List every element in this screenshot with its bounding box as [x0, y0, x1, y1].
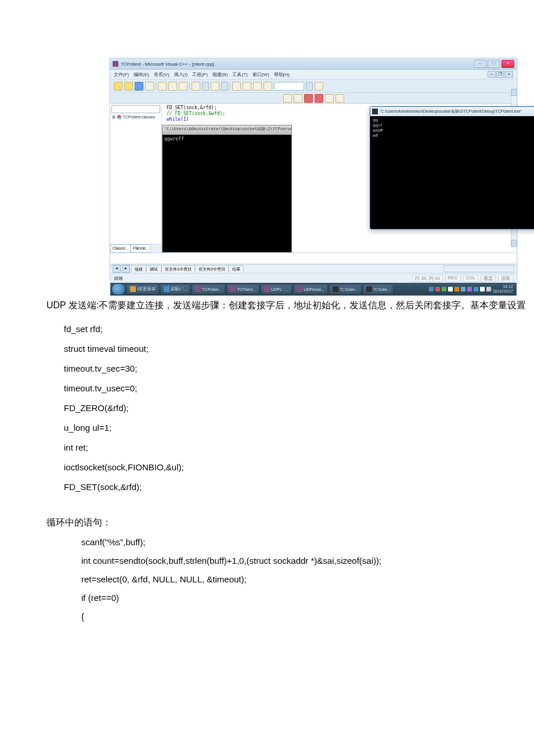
menu-build[interactable]: 组建(B) — [212, 71, 228, 78]
tray-icon[interactable] — [486, 287, 491, 291]
console-icon — [366, 286, 372, 292]
browse-icon[interactable] — [253, 82, 262, 91]
search-icon[interactable] — [315, 82, 323, 91]
mdi-restore-button[interactable]: ❐ — [496, 71, 504, 78]
undo-dropdown-icon[interactable] — [202, 82, 209, 91]
redo-icon[interactable] — [211, 82, 219, 91]
paragraph-udp-sender: UDP 发送端:不需要建立连接，发送端步骤：创建套接字后，地址初始化，发送信息，… — [46, 297, 534, 314]
taskbar-item[interactable]: UDPc - ... — [261, 284, 292, 294]
taskbar-item[interactable]: TCPserv... — [226, 284, 259, 294]
menu-help[interactable]: 帮助(H) — [274, 71, 290, 78]
window-title-bar: TCPclient - Microsoft Visual C++ - [clie… — [110, 59, 517, 70]
toolbar-main — [110, 80, 517, 93]
menu-view[interactable]: 查看(V) — [154, 71, 169, 78]
taskbar-item[interactable]: 实验1 "... — [160, 284, 190, 294]
minimize-button[interactable]: – — [474, 60, 486, 68]
find-in-files-icon[interactable] — [243, 82, 251, 91]
tray-icon[interactable] — [442, 287, 446, 291]
workspace-icon[interactable] — [232, 82, 241, 91]
go-icon[interactable] — [325, 94, 334, 103]
output-tab-debug[interactable]: 调试 — [146, 265, 161, 272]
client-console-window[interactable]: "C:\Users\Administrator\Desktop\socket实验… — [370, 106, 534, 229]
tab-scroll-right-icon[interactable]: ▸ — [122, 265, 130, 273]
close-button[interactable]: × — [501, 60, 514, 68]
menu-edit[interactable]: 编辑(E) — [134, 71, 149, 78]
code-line: FD_SET(sock,&rfd); — [46, 477, 534, 497]
fileview-tab[interactable]: FileVie... — [131, 244, 151, 253]
class-dropdown[interactable] — [111, 105, 160, 113]
menu-bar: 文件(F) 编辑(E) 查看(V) 插入(I) 工程(P) 组建(B) 工具(T… — [110, 70, 517, 80]
tray-icon[interactable] — [474, 287, 478, 291]
find-icon[interactable] — [264, 82, 272, 91]
console-icon — [372, 109, 378, 114]
output-tab-build[interactable]: 组建 — [131, 265, 146, 272]
menu-project[interactable]: 工程(P) — [192, 71, 208, 78]
breakpoint-icon[interactable] — [335, 94, 344, 103]
compile-icon[interactable] — [283, 94, 292, 103]
menu-insert[interactable]: 插入(I) — [174, 71, 188, 78]
tray-icon[interactable] — [435, 287, 440, 291]
document-page: TCPclient - Microsoft Visual C++ - [clie… — [0, 0, 534, 661]
build-icon[interactable] — [294, 94, 302, 103]
paste-icon[interactable] — [179, 82, 187, 91]
save-all-icon[interactable] — [145, 82, 154, 91]
taskbar-clock[interactable]: 18:122016/10/17 — [493, 285, 513, 294]
console-line: qq=r — [373, 123, 534, 128]
undo-icon[interactable] — [192, 82, 200, 91]
tray-icon[interactable] — [429, 287, 434, 291]
find-combo[interactable] — [274, 82, 304, 91]
save-icon[interactable] — [135, 82, 143, 91]
console-icon — [333, 286, 338, 292]
class-tree-root[interactable]: ⊞ 📚 TCPclient classes — [111, 114, 160, 120]
redo-dropdown-icon[interactable] — [221, 82, 228, 91]
taskbar-item[interactable]: TCPclien... — [192, 284, 225, 294]
horizontal-scrollbar[interactable] — [443, 265, 514, 272]
console-line: qqwreff — [164, 136, 290, 142]
word-icon — [164, 286, 169, 292]
server-console-window[interactable]: "C:\Users\Administrator\Desktop\socket实验… — [162, 125, 292, 253]
vc-icon — [297, 286, 302, 292]
output-tab-find2[interactable]: 在文件2中查找 — [195, 265, 229, 272]
code-line: { — [46, 607, 534, 626]
code-line: timeout.tv_usec=0; — [46, 379, 534, 398]
cut-icon[interactable] — [158, 82, 167, 91]
toolbar-separator — [156, 82, 156, 90]
vc-icon — [195, 286, 201, 292]
toolbar-build — [110, 93, 517, 104]
output-tab-find1[interactable]: 在文件1中查找 — [161, 265, 195, 272]
menu-file[interactable]: 文件(F) — [114, 71, 129, 78]
classview-tab[interactable]: ClassV... — [110, 244, 131, 253]
open-file-icon[interactable] — [124, 82, 133, 91]
code-line: fd_set rfd; — [46, 319, 534, 339]
taskbar-item[interactable]: 1栏栏保存 — [127, 284, 159, 294]
server-console-title: "C:\Users\Administrator\Desktop\socket实验… — [163, 125, 291, 135]
status-text: 就绪 — [114, 275, 123, 282]
taskbar-item[interactable]: "C:\User... — [329, 284, 362, 294]
tray-icon[interactable] — [461, 287, 466, 291]
taskbar-item[interactable]: "C:\Use... — [363, 284, 394, 294]
new-file-icon[interactable] — [114, 82, 122, 91]
tray-icon[interactable] — [454, 287, 459, 291]
start-button[interactable] — [111, 283, 125, 295]
code-line: timeout.tv_sec=30; — [46, 359, 534, 379]
server-console-output: qqwreff — [163, 135, 291, 143]
vc-icon — [264, 286, 270, 292]
mdi-minimize-button[interactable]: – — [488, 71, 496, 78]
system-tray: 18:122016/10/17 — [429, 285, 515, 294]
copy-icon[interactable] — [168, 82, 177, 91]
status-col: COL — [463, 275, 478, 282]
maximize-button[interactable]: □ — [488, 60, 500, 68]
output-tab-results[interactable]: 结果 — [229, 265, 244, 272]
taskbar-item[interactable]: UDPrecei... — [293, 284, 328, 294]
tray-icon[interactable] — [448, 287, 453, 291]
menu-tools[interactable]: 工具(T) — [232, 71, 247, 78]
mdi-close-button[interactable]: × — [505, 71, 513, 78]
find-dropdown-icon[interactable] — [306, 82, 313, 91]
stop-build-icon[interactable] — [304, 94, 313, 103]
status-bar: 就绪 行 35, 列 10 REC COL 覆盖 读取 — [110, 273, 517, 283]
tray-icon[interactable] — [480, 287, 485, 291]
tray-icon[interactable] — [467, 287, 472, 291]
tab-scroll-left-icon[interactable]: ◂ — [113, 265, 121, 273]
execute-icon[interactable] — [315, 94, 323, 103]
menu-window[interactable]: 窗口(W) — [252, 71, 269, 78]
